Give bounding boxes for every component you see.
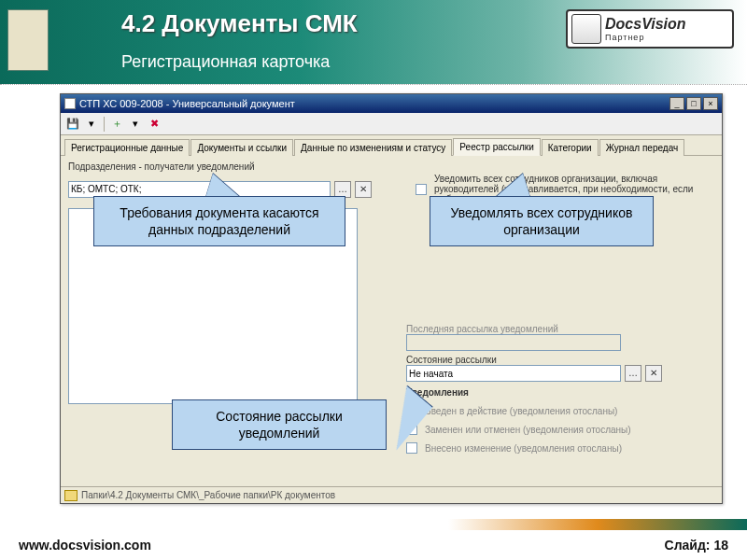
delete-icon[interactable]: ✖ [146,116,162,133]
callout-tail [205,174,241,198]
pick-button[interactable]: … [334,181,351,198]
last-send-field [406,334,621,351]
callout-departments: Требования документа касаются данных под… [93,196,345,246]
docsvision-logo: DocsVisionПартнер [566,9,734,49]
notice-label-2: Внесено изменение (уведомления отосланы) [425,443,622,454]
dv-icon [571,14,601,44]
tab-3[interactable]: Реестр рассылки [453,138,540,156]
notice-checkbox-2[interactable] [406,442,417,454]
callout-tail [495,174,530,198]
minimize-button[interactable]: _ [669,97,684,110]
callout-notify-all: Уведомлять всех сотрудников организации [430,196,654,246]
divider [0,84,747,86]
close-button[interactable]: × [703,97,718,110]
save-icon[interactable]: 💾 [64,116,81,133]
folder-icon [64,490,78,501]
status-clear-button[interactable]: ✕ [645,365,662,382]
tab-4[interactable]: Категории [542,139,599,156]
app-icon [64,98,76,109]
notices-heading: Уведомления [406,387,705,398]
status-path: Папки\4.2 Документы СМК\_Рабочие папки\Р… [81,490,335,500]
footer-band [0,519,747,530]
notice-label-0: Введен в действие (уведомления отосланы) [425,406,617,416]
tab-2[interactable]: Данные по изменениям и статусу [294,139,452,156]
slide-subtitle: Регистрационная карточка [121,52,330,72]
footer-url: www.docsvision.com [19,538,151,553]
tab-0[interactable]: Регистрационные данные [64,139,190,156]
slide-header: 4.2 Документы СМК Регистрационная карточ… [0,0,747,84]
footer: www.docsvision.com Слайд: 18 [0,530,747,560]
toolbar: 💾 ▾ ＋ ▾ ✖ [61,113,722,135]
notice-label-1: Заменен или отменен (уведомления отослан… [425,425,631,435]
side-band [734,86,747,519]
last-send-label: Последняя рассылка уведомлений [406,324,705,334]
slide-title: 4.2 Документы СМК [121,9,358,38]
callout-status: Состояние рассылки уведомлений [172,399,387,450]
tab-1[interactable]: Документы и ссылки [190,139,293,156]
clear-button[interactable]: ✕ [355,181,372,198]
tab-5[interactable]: Журнал передач [599,139,685,156]
maximize-button[interactable]: □ [686,97,701,110]
dv-logo-sub: Партнер [605,33,686,42]
notify-all-checkbox[interactable] [416,184,427,195]
departments-input[interactable] [68,181,331,198]
group-title: Подразделения - получатели уведомлений [68,161,714,172]
statusbar: Папки\4.2 Документы СМК\_Рабочие папки\Р… [61,486,722,503]
print-icon[interactable]: ▾ [83,116,100,133]
dv-logo-text: DocsVision [605,16,686,32]
titlebar[interactable]: СТП ХС 009-2008 - Универсальный документ… [61,94,722,113]
status-label: Состояние рассылки [406,355,705,365]
presenter-logo [7,9,49,71]
tab-bar: Регистрационные данныеДокументы и ссылки… [61,135,722,156]
footer-page: Слайд: 18 [665,538,728,553]
window-title: СТП ХС 009-2008 - Универсальный документ [79,98,295,109]
dropdown-icon[interactable]: ▾ [127,116,144,133]
status-pick-button[interactable]: … [625,365,641,382]
new-icon[interactable]: ＋ [108,116,125,133]
status-field[interactable] [406,365,621,382]
